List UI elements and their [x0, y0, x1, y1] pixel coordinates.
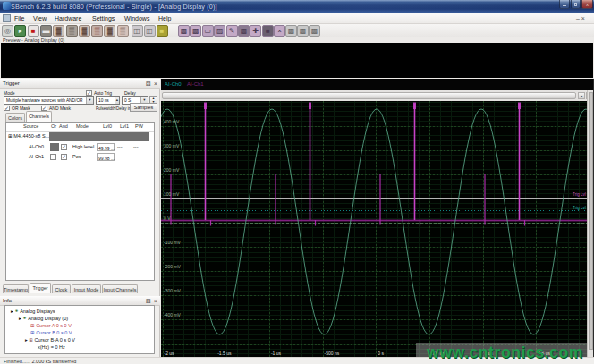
svg-text:400 mV: 400 mV [164, 119, 180, 124]
svg-text:200 mV: 200 mV [164, 167, 180, 173]
svg-text:-1.5 us: -1.5 us [217, 351, 232, 356]
svg-text:-200 mV: -200 mV [164, 264, 182, 269]
svg-text:-500 ns: -500 ns [325, 351, 340, 356]
svg-text:0 s: 0 s [378, 351, 384, 356]
svg-text:300 mV: 300 mV [164, 143, 180, 148]
svg-text:-2 us: -2 us [165, 351, 175, 356]
svg-text:Trig Lvl 0: Trig Lvl 0 [573, 206, 587, 210]
svg-text:100 mV: 100 mV [164, 191, 180, 197]
svg-text:-400 mV: -400 mV [164, 312, 182, 317]
svg-text:0 V: 0 V [164, 216, 171, 221]
svg-text:Trig Lvl 0: Trig Lvl 0 [573, 192, 587, 197]
svg-text:-300 mV: -300 mV [164, 288, 182, 293]
svg-text:-1 us: -1 us [271, 351, 282, 356]
svg-text:-100 mV: -100 mV [164, 240, 182, 245]
